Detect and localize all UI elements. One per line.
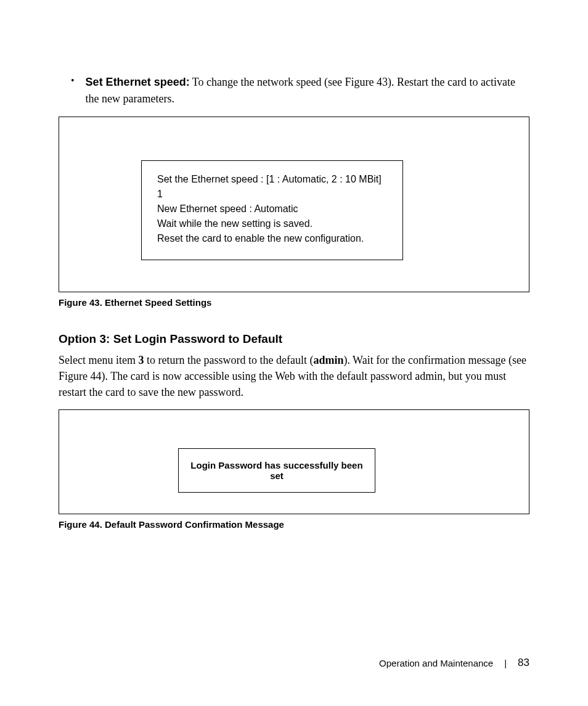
footer-section: Operation and Maintenance — [379, 658, 493, 668]
fig43-line: 1 — [157, 187, 387, 202]
figure-43-caption: Figure 43. Ethernet Speed Settings — [59, 297, 529, 308]
fig44-message: Login Password has successfully been set — [187, 460, 366, 481]
bullet-label: Set Ethernet speed: — [86, 76, 190, 88]
fig43-line: Reset the card to enable the new configu… — [157, 231, 387, 246]
page-number: 83 — [518, 657, 529, 669]
section-heading: Option 3: Set Login Password to Default — [59, 332, 529, 346]
bullet-text: Set Ethernet speed: To change the networ… — [86, 74, 529, 107]
body-text-a: Select menu item — [59, 354, 138, 366]
figure-44-container: Login Password has successfully been set — [59, 409, 529, 514]
figure-44-box: Login Password has successfully been set — [178, 448, 375, 493]
bullet-item: • Set Ethernet speed: To change the netw… — [71, 74, 529, 107]
figure-43-container: Set the Ethernet speed : [1 : Automatic,… — [59, 117, 529, 292]
figure-43-box: Set the Ethernet speed : [1 : Automatic,… — [141, 160, 403, 260]
page-footer: Operation and Maintenance | 83 — [379, 657, 529, 669]
document-page: • Set Ethernet speed: To change the netw… — [0, 0, 588, 530]
section-body: Select menu item 3 to return the passwor… — [59, 352, 529, 400]
footer-divider: | — [504, 658, 507, 668]
bullet-icon: • — [71, 74, 75, 107]
fig43-line: New Ethernet speed : Automatic — [157, 202, 387, 216]
body-text-d: admin — [313, 354, 343, 366]
fig43-line: Wait while the new setting is saved. — [157, 216, 387, 231]
figure-44-caption: Figure 44. Default Password Confirmation… — [59, 519, 529, 530]
fig43-line: Set the Ethernet speed : [1 : Automatic,… — [157, 172, 387, 187]
body-text-c: to return the password to the default ( — [144, 354, 313, 366]
